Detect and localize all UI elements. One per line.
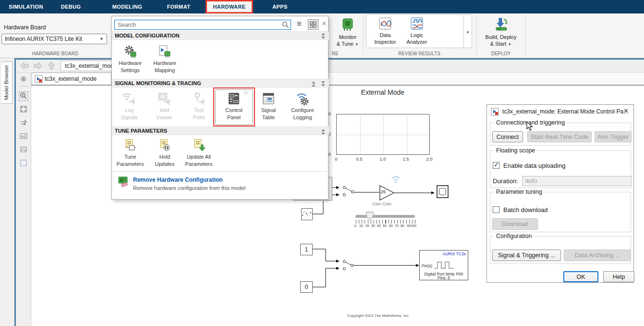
forward-button[interactable]	[33, 61, 43, 71]
fit-to-view-icon[interactable]	[19, 105, 28, 114]
search-icon	[282, 21, 289, 30]
signal-triggering-button[interactable]: Signal & Triggering ...	[492, 250, 561, 261]
area-box-icon[interactable]	[19, 159, 28, 168]
collapse-up-chevron-icon[interactable]	[321, 128, 325, 134]
annotation-icon[interactable]: A	[19, 132, 28, 141]
plot-x-tick: 2.0	[422, 156, 437, 162]
group-label-hardware-board: HARDWARE BOARD	[0, 51, 110, 56]
back-button[interactable]	[19, 61, 30, 71]
group-label-fragment: RE	[330, 51, 340, 56]
dialog-title: tc3x_external_mode: External Mode Contro…	[502, 108, 628, 115]
tab-apps[interactable]: APPS	[266, 0, 294, 13]
mouse-cursor	[526, 121, 533, 133]
favorite-star-icon[interactable]: ☆	[243, 89, 249, 96]
gallery-item-log-signals: Log Signals	[111, 91, 147, 121]
gallery-item-hold-updates[interactable]: Hold Updates	[147, 138, 182, 168]
chevron-down-icon: ▼	[508, 42, 511, 47]
gain-block-label: Gain:Gain	[363, 201, 401, 206]
grid-view-icon[interactable]	[308, 19, 318, 30]
gallery-item-hardware-settings[interactable]: Hardware Settings	[112, 44, 148, 74]
monitor-tune-label2: & Tune ▼	[333, 40, 363, 48]
section-title: TUNE PARAMETERS	[115, 128, 167, 134]
group-label-deploy: DEPLOY	[482, 51, 520, 56]
section-header-tune-parameters[interactable]: TUNE PARAMETERS	[112, 126, 329, 135]
collapse-down-chevron-icon[interactable]	[321, 81, 325, 87]
logic-analyzer-label1: Logic	[401, 32, 432, 38]
help-button[interactable]: Help	[603, 271, 634, 282]
toolstrip-tabbar: SIMULATION DEBUG MODELING FORMAT HARDWAR…	[0, 0, 644, 13]
section-header-signal-monitoring[interactable]: SIGNAL MONITORING & TRACING	[112, 79, 329, 88]
canvas-title: External Mode	[344, 88, 421, 96]
search-input[interactable]	[114, 20, 291, 30]
tab-debug[interactable]: DEBUG	[53, 0, 89, 13]
test-point-icon	[192, 91, 206, 106]
start-real-time-code-button: Start Real-Time Code	[527, 131, 592, 142]
section-title: SIGNAL MONITORING & TRACING	[115, 80, 201, 86]
section-title: MODEL CONFIGURATION	[115, 33, 180, 38]
connect-button[interactable]: Connect	[492, 131, 523, 142]
hardware-board-label: Hardware Board	[4, 24, 46, 31]
build-deploy-button[interactable]: Build, Deploy & Start ▼	[482, 15, 520, 48]
hardware-settings-icon	[123, 44, 137, 59]
tab-hardware[interactable]: HARDWARE	[206, 0, 253, 13]
enable-data-uploading-checkbox[interactable]	[493, 162, 499, 169]
build-deploy-label1: Build, Deploy	[482, 34, 520, 40]
up-button[interactable]	[46, 61, 57, 71]
build-deploy-icon	[492, 15, 510, 33]
logic-analyzer-button[interactable]: Logic Analyzer	[401, 16, 432, 45]
digital-port-write-block[interactable]: AURIX TC3x Pin(s) Digital Port Write P00…	[419, 250, 468, 280]
remove-hardware-config-link[interactable]: Remove Hardware Configuration	[133, 176, 223, 183]
tab-simulation[interactable]: SIMULATION	[5, 0, 47, 13]
gallery-item-update-all-parameters[interactable]: Update All Parameters	[181, 138, 217, 168]
control-panel-annotation-box	[213, 88, 255, 126]
tab-format[interactable]: FORMAT	[160, 0, 197, 13]
group-label-review-results: REVIEW RESULTS	[366, 51, 473, 56]
sine-wave-block[interactable]	[301, 208, 313, 220]
monitor-tune-icon	[339, 15, 356, 33]
gallery-item-tune-parameters[interactable]: Tune Parameters	[112, 138, 148, 168]
chevron-down-icon: ▼	[99, 34, 104, 44]
tab-modeling[interactable]: MODELING	[108, 0, 146, 13]
image-icon[interactable]	[19, 146, 28, 154]
model-tab[interactable]: tc3x_external_mode	[32, 73, 111, 85]
model-browser-tab[interactable]: Model Browser	[1, 62, 12, 104]
constant-one-block[interactable]: 1	[300, 244, 313, 255]
gallery-item-hardware-mapping[interactable]: Hardware Mapping	[147, 44, 182, 74]
group-label: Floating scope	[494, 147, 537, 154]
zoom-icon[interactable]	[19, 92, 28, 100]
constant-zero-block[interactable]: 0	[300, 281, 313, 293]
data-inspector-label2: Inspector	[370, 38, 401, 45]
close-icon[interactable]: ✕	[623, 107, 629, 114]
gallery-item-test-point: Test Point	[181, 91, 217, 121]
signal-lines-icon[interactable]	[19, 119, 28, 127]
data-inspector-label1: Data	[370, 32, 401, 38]
slider-track[interactable]	[355, 215, 415, 218]
logic-analyzer-icon	[410, 16, 424, 31]
model-tab-label: tc3x_external_mode	[45, 75, 97, 82]
hold-updates-icon	[158, 138, 172, 152]
slider-ruler	[356, 220, 415, 224]
collapse-chevron-icon[interactable]	[321, 33, 325, 39]
list-view-icon[interactable]: ≡	[297, 19, 302, 29]
close-icon[interactable]: ✕	[322, 20, 327, 27]
signal-table-icon	[261, 91, 276, 106]
plot-x-tick: 1.5	[399, 156, 413, 162]
hide-browser-icon[interactable]: ⊕	[19, 75, 28, 83]
data-inspector-button[interactable]: Data Inspector	[370, 16, 401, 45]
hardware-board-select[interactable]: Infineon AURIX TC375 Lite Kit ▼	[1, 34, 107, 44]
section-header-model-configuration[interactable]: MODEL CONFIGURATION	[112, 31, 329, 40]
collapse-up-chevron-icon[interactable]	[312, 81, 316, 87]
chevron-down-icon: ▼	[466, 30, 470, 35]
palette-column: ⊕ A	[16, 73, 31, 326]
review-results-more-button[interactable]: ▼	[463, 14, 472, 48]
gallery-item-configure-logging[interactable]: Configure Logging	[285, 91, 320, 121]
group-label: Configuration	[494, 233, 534, 239]
dialog-model-icon	[491, 108, 499, 117]
batch-download-checkbox[interactable]	[493, 206, 499, 213]
gallery-item-signal-table[interactable]: Signal Table	[251, 91, 286, 121]
monitor-tune-button[interactable]: Monitor & Tune ▼	[333, 15, 363, 48]
aurix-title: AURIX TC3x	[443, 251, 466, 256]
scope-block[interactable]	[437, 185, 449, 198]
ok-button[interactable]: OK	[563, 271, 598, 282]
remove-hardware-config-subtitle: Remove hardware configuration from this …	[133, 185, 245, 191]
